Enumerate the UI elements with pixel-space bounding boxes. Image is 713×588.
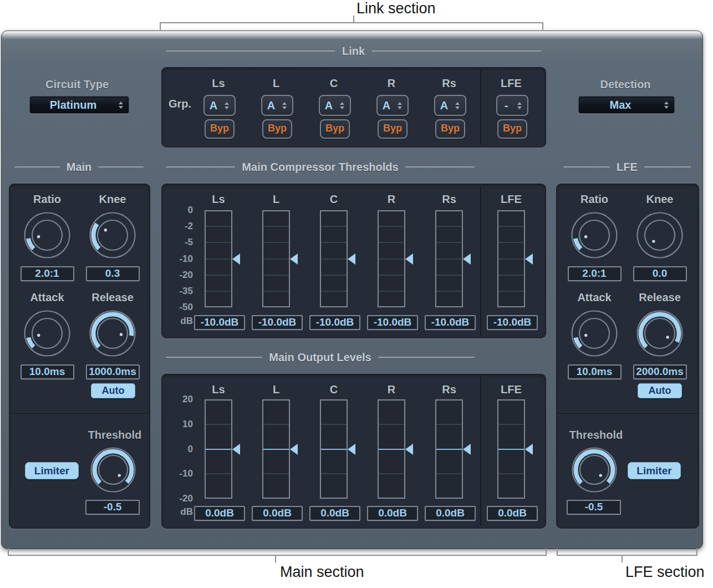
out-threshold-marker-lfe[interactable] (525, 444, 533, 455)
out-gridline (263, 424, 289, 425)
circuit-type-dropdown[interactable]: Platinum (29, 96, 129, 114)
out-meter-rs[interactable] (435, 399, 463, 499)
bypass-button-rs[interactable]: Byp (435, 119, 465, 139)
thr-gridline (321, 226, 347, 227)
thr-meter-lfe[interactable] (497, 210, 525, 307)
main-knee-knob[interactable] (89, 211, 136, 259)
thr-gridline (206, 291, 231, 292)
out-value-l[interactable]: 0.0dB (252, 506, 303, 521)
thr-meter-c[interactable] (320, 210, 348, 307)
main-limiter-button[interactable]: Limiter (25, 462, 79, 479)
link-channel-label-rs: Rs (432, 77, 466, 90)
stepper-arrows-icon[interactable] (116, 102, 125, 109)
stepper-arrows-icon[interactable] (222, 102, 231, 109)
group-selector-rs[interactable]: A (434, 95, 466, 116)
group-selector-r[interactable]: A (376, 95, 409, 116)
out-value-ls[interactable]: 0.0dB (194, 506, 245, 521)
main-threshold-value[interactable]: -0.5 (85, 500, 140, 515)
main-threshold-knob[interactable] (90, 447, 136, 493)
lfe-limiter-button[interactable]: Limiter (628, 462, 681, 479)
detection-dropdown[interactable]: Max (578, 96, 675, 114)
thr-value-r[interactable]: -10.0dB (367, 315, 418, 330)
stepper-arrows-icon[interactable] (515, 102, 524, 109)
thr-threshold-marker-rs[interactable] (463, 254, 471, 265)
out-meter-c[interactable] (320, 399, 348, 499)
out-meter-lfe[interactable] (497, 399, 525, 499)
thr-threshold-marker-l[interactable] (290, 254, 298, 265)
group-value-rs: A (435, 97, 453, 114)
out-gridline (263, 473, 289, 474)
thr-value-l[interactable]: -10.0dB (252, 315, 303, 330)
out-meter-ls[interactable] (205, 399, 232, 499)
group-selector-lfe[interactable]: - (496, 95, 528, 116)
lfe-knee-value[interactable]: 0.0 (633, 266, 687, 281)
thr-meter-l[interactable] (262, 210, 290, 307)
out-value-c[interactable]: 0.0dB (309, 506, 360, 521)
main-release-knob[interactable] (89, 310, 136, 357)
stepper-arrows-icon[interactable] (662, 102, 671, 109)
stepper-arrows-icon[interactable] (395, 102, 404, 109)
main-attack-value[interactable]: 10.0ms (21, 364, 74, 379)
lfe-release-knob[interactable] (636, 310, 684, 357)
group-selector-ls[interactable]: A (203, 95, 236, 116)
out-threshold-marker-c[interactable] (348, 444, 355, 455)
out-meter-l[interactable] (262, 399, 290, 499)
bypass-button-r[interactable]: Byp (378, 119, 408, 139)
thr-value-lfe[interactable]: -10.0dB (487, 315, 538, 330)
lfe-knee-label: Knee (646, 192, 674, 206)
stepper-arrows-icon[interactable] (453, 102, 462, 109)
lfe-knee-knob[interactable] (636, 211, 684, 259)
group-selector-l[interactable]: A (261, 95, 293, 116)
thr-threshold-marker-c[interactable] (348, 254, 355, 265)
out-zero-line-c (321, 449, 347, 450)
lfe-attack-knob[interactable] (571, 310, 618, 357)
main-ratio-label: Ratio (33, 192, 61, 206)
grp-label: Grp. (169, 98, 195, 110)
link-panel: Grp.LsABypLABypCABypRABypRsABypLFE-Byp (161, 67, 546, 148)
out-value-lfe[interactable]: 0.0dB (487, 506, 538, 521)
out-value-r[interactable]: 0.0dB (367, 506, 418, 521)
group-selector-c[interactable]: A (319, 95, 351, 116)
bypass-button-lfe[interactable]: Byp (497, 119, 527, 139)
out-threshold-marker-rs[interactable] (463, 444, 471, 455)
lfe-auto-button[interactable]: Auto (638, 383, 682, 398)
thr-meter-ls[interactable] (205, 210, 232, 307)
main-ratio-knob[interactable] (23, 211, 71, 259)
thr-threshold-marker-lfe[interactable] (525, 254, 533, 265)
thr-meter-rs[interactable] (435, 210, 463, 307)
lfe-threshold-value[interactable]: -0.5 (567, 500, 621, 515)
thr-scale--5: -5 (166, 237, 193, 248)
link-channel-label-lfe: LFE (495, 77, 528, 90)
lfe-threshold-knob[interactable] (571, 447, 618, 493)
thr-threshold-marker-ls[interactable] (232, 254, 240, 265)
thr-value-c[interactable]: -10.0dB (309, 315, 360, 330)
link-lfe-separator (480, 70, 481, 145)
bypass-button-l[interactable]: Byp (262, 119, 292, 139)
thr-value-ls[interactable]: -10.0dB (194, 315, 245, 330)
out-threshold-marker-ls[interactable] (232, 444, 240, 455)
main-auto-button[interactable]: Auto (91, 383, 135, 398)
link-callout-bracket (160, 22, 543, 23)
out-threshold-marker-l[interactable] (290, 444, 298, 455)
lfe-ratio-value[interactable]: 2.0:1 (568, 266, 622, 281)
main-ratio-value[interactable]: 2.0:1 (21, 266, 74, 281)
lfe-attack-cell: Attack 10.0ms (566, 291, 623, 379)
lfe-attack-value[interactable]: 10.0ms (568, 364, 622, 379)
thr-meter-r[interactable] (378, 210, 405, 307)
bypass-button-c[interactable]: Byp (320, 119, 350, 139)
main-knee-value[interactable]: 0.3 (86, 266, 140, 281)
out-meter-r[interactable] (378, 399, 405, 499)
out-threshold-marker-r[interactable] (405, 444, 413, 455)
stepper-arrows-icon[interactable] (280, 102, 289, 109)
lfe-release-value[interactable]: 2000.0ms (633, 364, 687, 379)
thr-gridline (436, 275, 462, 276)
thr-gridline (263, 291, 289, 292)
main-release-value[interactable]: 1000.0ms (86, 364, 140, 379)
stepper-arrows-icon[interactable] (338, 102, 347, 109)
out-value-rs[interactable]: 0.0dB (425, 506, 476, 521)
main-attack-knob[interactable] (23, 310, 71, 357)
bypass-button-ls[interactable]: Byp (205, 119, 235, 139)
thr-value-rs[interactable]: -10.0dB (425, 315, 476, 330)
thr-threshold-marker-r[interactable] (405, 254, 413, 265)
lfe-ratio-knob[interactable] (571, 211, 618, 259)
